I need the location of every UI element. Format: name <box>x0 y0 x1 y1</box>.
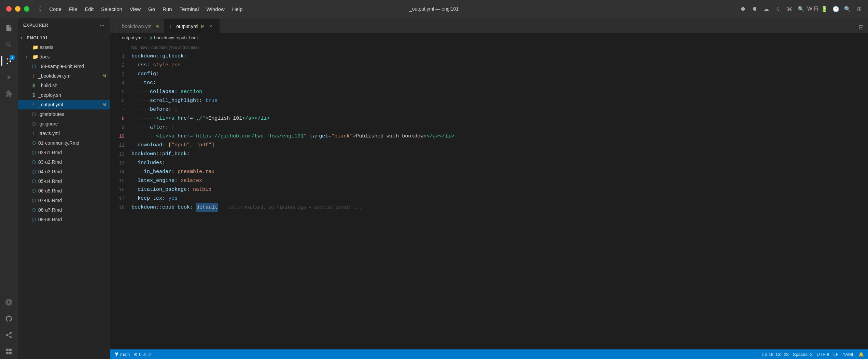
tab-output[interactable]: ! _output.yml M × <box>164 19 220 33</box>
tree-item-assets[interactable]: › 📁 assets <box>18 42 110 52</box>
close-button[interactable] <box>6 6 12 12</box>
status-errors[interactable]: ⊗ 0 ⚠ 2 <box>134 352 151 357</box>
activity-source-control[interactable]: 2 <box>1 53 16 68</box>
activity-search[interactable] <box>1 37 16 52</box>
yml-warning-icon: ! <box>31 102 37 107</box>
status-eol[interactable]: LF <box>833 352 838 357</box>
window-controls[interactable] <box>6 6 29 12</box>
activity-live-share[interactable] <box>1 328 16 343</box>
tree-item-07[interactable]: ⬡ 07-u6.Rmd <box>18 196 110 205</box>
edit-menu[interactable]: Edit <box>81 5 97 13</box>
code-line-8: ········<li><a href="./">English 101</a>… <box>131 114 868 123</box>
tree-item-08[interactable]: ⬡ 08-u7.Rmd <box>18 205 110 215</box>
tree-item-bookdown[interactable]: ! _bookdown.yml M <box>18 71 110 81</box>
breadcrumb-symbol[interactable]: bookdown::epub_book <box>154 35 199 40</box>
status-bar: main ⊗ 0 ⚠ 2 Ln 18, Col 28 Spaces: 2 UTF… <box>110 349 868 359</box>
run-menu[interactable]: Run <box>159 5 176 13</box>
status-language[interactable]: YAML <box>843 352 854 357</box>
error-count: 0 <box>139 352 141 357</box>
sidebar-header: EXPLORER ··· <box>18 18 110 33</box>
tree-item-98sample[interactable]: ⬡ _98-sample-unit.Rmd <box>18 62 110 71</box>
git-icon: ⬡ <box>31 111 37 117</box>
tree-item-04[interactable]: ⬡ 04-u3.Rmd <box>18 167 110 176</box>
code-line-6: ······scroll_highlight: true <box>131 96 868 105</box>
code-editor[interactable]: 1 2 3 4 5 6 7 8 9 10 11 12 13 14 15 16 1… <box>110 52 868 349</box>
status-notification[interactable]: 🔔 <box>858 352 864 357</box>
tree-item-travis[interactable]: ! .travis.yml <box>18 129 110 138</box>
search-icon3[interactable]: 🔍 <box>844 5 851 12</box>
tab-modified-indicator: M <box>155 24 159 29</box>
sh-icon: $ <box>31 92 37 98</box>
arrow-icon: › <box>26 45 31 49</box>
tree-item-output[interactable]: ! _output.yml M <box>18 100 110 109</box>
status-encoding[interactable]: UTF-8 <box>817 352 829 357</box>
tab-bookdown[interactable]: ! _bookdown.yml M <box>110 19 164 33</box>
tab-modified-indicator: M <box>201 24 205 29</box>
line-num-13: 13 <box>110 159 125 168</box>
tree-item-05[interactable]: ⬡ 05-u4.Rmd <box>18 176 110 186</box>
battery-icon[interactable]: 🔋 <box>821 5 828 12</box>
tree-item-deploy[interactable]: $ _deploy.sh <box>18 90 110 100</box>
rmd-icon: ⬡ <box>31 178 37 184</box>
activity-github[interactable] <box>1 311 16 326</box>
tree-root-engl101[interactable]: ▾ ENGL101 <box>18 33 110 42</box>
activity-run[interactable] <box>1 70 16 85</box>
tree-item-build[interactable]: $ _build.sh <box>18 81 110 90</box>
cloud-icon[interactable]: ☁ <box>763 5 770 12</box>
tab-warning-icon: ! <box>115 24 117 29</box>
tree-item-01[interactable]: ⬡ 01-community.Rmd <box>18 138 110 148</box>
code-menu[interactable]: Code <box>46 5 65 13</box>
tab-label: _bookdown.yml <box>120 24 153 29</box>
record-icon[interactable]: ⏺ <box>751 5 758 12</box>
apple-menu[interactable]:  <box>36 4 45 14</box>
tree-item-gitignore[interactable]: ⬡ .gitignore <box>18 119 110 129</box>
wifi-icon[interactable]: WiFi <box>809 5 816 12</box>
layout-button[interactable] <box>857 23 865 33</box>
rmd-icon: ⬡ <box>31 150 37 155</box>
tree-item-06[interactable]: ⬡ 06-u5.Rmd <box>18 186 110 196</box>
rmd-icon: ⬡ <box>31 140 37 146</box>
encoding-label: UTF-8 <box>817 352 829 357</box>
tab-warning-icon: ! <box>170 24 171 29</box>
minimize-button[interactable] <box>15 6 20 12</box>
terminal-menu[interactable]: Terminal <box>176 5 202 13</box>
search-icon2[interactable]: 🔍 <box>798 5 804 12</box>
tree-item-09[interactable]: ⬡ 09-u8.Rmd <box>18 215 110 224</box>
sidebar-actions[interactable]: ··· <box>100 22 104 28</box>
activity-extensions[interactable] <box>1 86 16 101</box>
view-menu[interactable]: View <box>126 5 144 13</box>
time-icon[interactable]: 🕐 <box>832 5 839 12</box>
status-cursor[interactable]: Ln 18, Col 28 <box>762 352 788 357</box>
music-icon[interactable]: ♫ <box>774 5 781 12</box>
tree-item-gitattributes[interactable]: ⬡ .gitattributes <box>18 109 110 119</box>
go-menu[interactable]: Go <box>145 5 158 13</box>
control-icon[interactable]: ⊞ <box>856 5 863 12</box>
arrow-icon: › <box>26 55 31 59</box>
link-icon[interactable]: ⌘ <box>786 5 793 12</box>
tree-item-03[interactable]: ⬡ 03-u2.Rmd <box>18 157 110 167</box>
maximize-button[interactable] <box>24 6 29 12</box>
window-menu[interactable]: Window <box>203 5 228 13</box>
breadcrumb-warning-icon: ! <box>115 35 117 40</box>
tab-bar: ! _bookdown.yml M ! _output.yml M × <box>110 18 868 33</box>
item-label: 03-u2.Rmd <box>38 159 62 165</box>
code-content[interactable]: bookdown::gitbook: ··css: style.css ··co… <box>129 52 868 349</box>
activity-remote[interactable] <box>1 295 16 310</box>
tree-item-02[interactable]: ⬡ 02-u1.Rmd <box>18 148 110 157</box>
breadcrumb-file[interactable]: _output.yml <box>120 35 142 40</box>
titlebar-right-icons: ⏺ ⏺ ☁ ♫ ⌘ 🔍 WiFi 🔋 🕐 🔍 ⊞ <box>740 5 863 12</box>
yml-warning-icon: ! <box>31 73 37 79</box>
modified-indicator: M <box>102 74 106 78</box>
activity-grid[interactable] <box>1 344 16 359</box>
selection-menu[interactable]: Selection <box>98 5 126 13</box>
status-spaces[interactable]: Spaces: 2 <box>793 352 813 357</box>
tree-item-docs[interactable]: › 📁 docs <box>18 52 110 62</box>
help-menu[interactable]: Help <box>229 5 246 13</box>
tab-close-button[interactable]: × <box>207 23 214 30</box>
file-menu[interactable]: File <box>66 5 81 13</box>
activity-files[interactable] <box>1 21 16 36</box>
camera-icon[interactable]: ⏺ <box>740 5 746 12</box>
rmd-icon: ⬡ <box>31 217 37 222</box>
status-branch[interactable]: main <box>114 352 130 357</box>
editor-area: ! _bookdown.yml M ! _output.yml M × ! _o… <box>110 18 868 359</box>
